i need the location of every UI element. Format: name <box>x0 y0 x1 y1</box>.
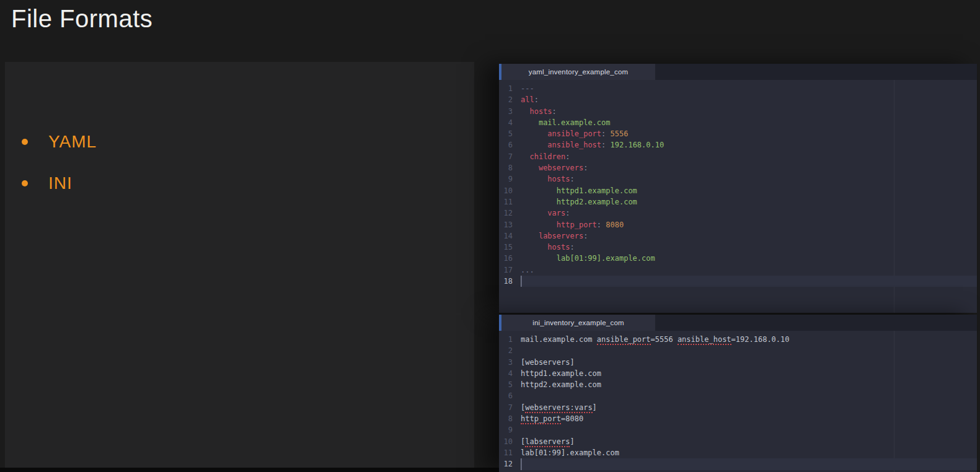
line-number: 3 <box>499 106 513 117</box>
line-text: ansible_host: 192.168.0.10 <box>521 139 977 151</box>
code-line[interactable]: 11 httpd2.example.com <box>499 196 977 208</box>
line-number: 3 <box>499 357 513 368</box>
line-text: http_port=8080 <box>521 413 977 424</box>
code-line[interactable]: 12 vars: <box>499 208 977 219</box>
code-line[interactable]: 4 mail.example.com <box>499 117 977 128</box>
line-number: 16 <box>499 253 513 264</box>
code-line[interactable]: 7 children: <box>499 151 977 162</box>
line-text: ansible_port: 5556 <box>521 128 977 139</box>
code-line[interactable]: 12 <box>499 458 977 470</box>
code-line[interactable]: 2 <box>499 345 977 356</box>
bullet-icon <box>22 139 28 145</box>
code-line[interactable]: 10 httpd1.example.com <box>499 185 977 196</box>
line-text: httpd1.example.com <box>521 185 977 196</box>
line-text: httpd2.example.com <box>521 196 977 208</box>
content-panel: YAML INI <box>5 62 474 468</box>
line-number: 1 <box>499 334 513 345</box>
line-text <box>521 390 977 401</box>
tab-ini-inventory[interactable]: ini_inventory_example_com <box>501 315 655 331</box>
line-number: 12 <box>499 458 513 470</box>
line-number: 7 <box>499 402 513 413</box>
code-line[interactable]: 11lab[01:99].example.com <box>499 447 977 458</box>
line-number: 14 <box>499 230 513 242</box>
tab-label: ini_inventory_example_com <box>532 319 624 326</box>
page-title: File Formats <box>11 5 152 33</box>
line-number: 10 <box>499 436 513 447</box>
code-line[interactable]: 8http_port=8080 <box>499 413 977 424</box>
code-line[interactable]: 14 labservers: <box>499 230 977 242</box>
code-line[interactable]: 8 webservers: <box>499 162 977 173</box>
code-line[interactable]: 10[labservers] <box>499 436 977 447</box>
code-line[interactable]: 3 hosts: <box>499 106 977 117</box>
bullet-label-ini: INI <box>48 173 73 194</box>
code-line[interactable]: 9 <box>499 424 977 435</box>
slide-background: File Formats YAML INI yaml_inventory_exa… <box>0 0 980 472</box>
line-number: 13 <box>499 219 513 230</box>
line-number: 4 <box>499 117 513 128</box>
line-text: http_port: 8080 <box>521 219 977 230</box>
code-line[interactable]: 18 <box>499 276 977 287</box>
line-text <box>521 276 977 287</box>
line-text: hosts: <box>521 173 977 185</box>
line-number: 11 <box>499 447 513 458</box>
line-number: 11 <box>499 196 513 208</box>
tab-label: yaml_inventory_example_com <box>529 68 629 76</box>
bullet-label-yaml: YAML <box>48 131 97 152</box>
line-number: 8 <box>499 162 513 173</box>
code-line[interactable]: 6 <box>499 390 977 401</box>
line-text: vars: <box>521 208 977 219</box>
line-number: 12 <box>499 208 513 219</box>
line-text: [webservers:vars] <box>521 402 977 413</box>
line-text: hosts: <box>521 106 977 117</box>
line-text: mail.example.com ansible_port=5556 ansib… <box>521 334 977 345</box>
ini-editor-tabbar: ini_inventory_example_com <box>499 315 977 331</box>
line-text: ... <box>521 264 977 276</box>
code-line[interactable]: 1mail.example.com ansible_port=5556 ansi… <box>499 334 977 345</box>
line-text: webservers: <box>521 162 977 173</box>
line-number: 18 <box>499 276 513 287</box>
yaml-code-area[interactable]: 1---2all:3 hosts:4 mail.example.com5 ans… <box>499 80 977 313</box>
code-line[interactable]: 2all: <box>499 94 977 105</box>
ini-editor-panel: ini_inventory_example_com 1mail.example.… <box>499 315 977 472</box>
ini-code-area[interactable]: 1mail.example.com ansible_port=5556 ansi… <box>499 331 977 472</box>
line-number: 8 <box>499 413 513 424</box>
line-text <box>521 458 977 470</box>
code-line[interactable]: 5 ansible_port: 5556 <box>499 128 977 139</box>
line-text: httpd1.example.com <box>521 368 977 379</box>
line-text: lab[01:99].example.com <box>521 447 977 458</box>
line-number: 15 <box>499 242 513 253</box>
tab-yaml-inventory[interactable]: yaml_inventory_example_com <box>501 64 655 80</box>
bullet-item-ini: INI <box>5 173 191 194</box>
code-line[interactable]: 3[webservers] <box>499 357 977 368</box>
code-line[interactable]: 5httpd2.example.com <box>499 379 977 390</box>
line-text: labservers: <box>521 230 977 242</box>
bullet-icon <box>22 180 28 186</box>
line-number: 1 <box>499 83 513 94</box>
line-number: 6 <box>499 139 513 151</box>
bottom-edge <box>0 468 502 472</box>
code-line[interactable]: 1--- <box>499 83 977 94</box>
line-number: 9 <box>499 173 513 185</box>
line-text <box>521 424 977 435</box>
line-number: 7 <box>499 151 513 162</box>
line-number: 17 <box>499 264 513 276</box>
code-line[interactable]: 13 http_port: 8080 <box>499 219 977 230</box>
line-number: 6 <box>499 390 513 401</box>
line-number: 5 <box>499 379 513 390</box>
line-number: 4 <box>499 368 513 379</box>
code-line[interactable]: 6 ansible_host: 192.168.0.10 <box>499 139 977 151</box>
line-text: mail.example.com <box>521 117 977 128</box>
code-line[interactable]: 17... <box>499 264 977 276</box>
bullet-item-yaml: YAML <box>5 131 191 152</box>
line-text: hosts: <box>521 242 977 253</box>
code-line[interactable]: 4httpd1.example.com <box>499 368 977 379</box>
code-line[interactable]: 9 hosts: <box>499 173 977 185</box>
yaml-editor-panel: yaml_inventory_example_com 1---2all:3 ho… <box>499 64 977 313</box>
line-text <box>521 345 977 356</box>
code-line[interactable]: 15 hosts: <box>499 242 977 253</box>
line-text: all: <box>521 94 977 105</box>
line-text: lab[01:99].example.com <box>521 253 977 264</box>
code-line[interactable]: 16 lab[01:99].example.com <box>499 253 977 264</box>
line-number: 10 <box>499 185 513 196</box>
code-line[interactable]: 7[webservers:vars] <box>499 402 977 413</box>
